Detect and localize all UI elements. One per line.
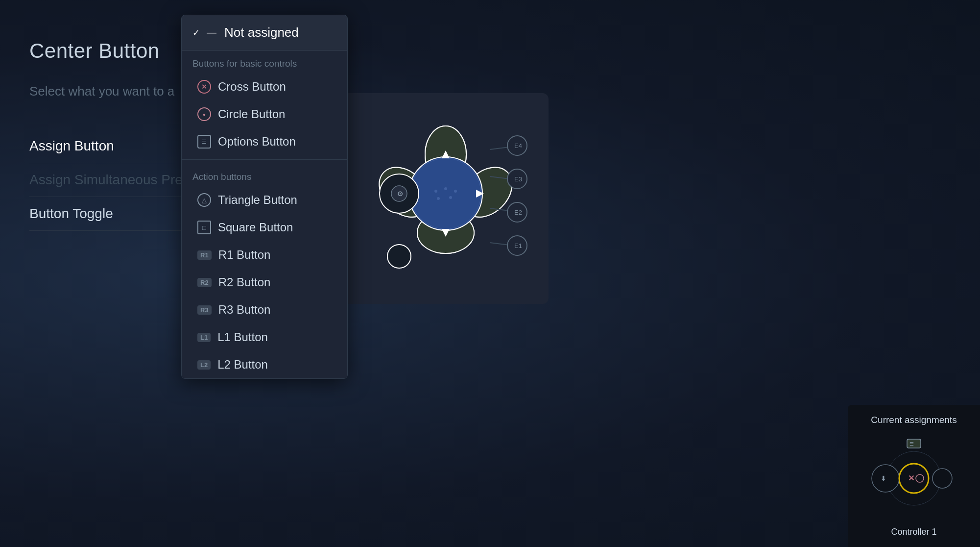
svg-point-14	[449, 196, 452, 199]
svg-point-8	[409, 157, 482, 230]
svg-point-22	[387, 245, 411, 268]
assignments-panel: Current assignments ☰ ⬇ ✕ Controller 1	[848, 405, 980, 547]
separator	[182, 159, 347, 160]
dropdown-item-square-button[interactable]: □ Square Button	[182, 214, 347, 241]
dropdown-item-cross-button[interactable]: ✕ Cross Button	[182, 73, 347, 100]
l1-badge: L1	[197, 333, 211, 342]
svg-text:E4: E4	[514, 142, 522, 149]
dropdown-item-l2-button[interactable]: L2 L2 Button	[182, 351, 347, 378]
svg-text:✕: ✕	[908, 474, 914, 482]
controller-label: Controller 1	[891, 527, 936, 537]
svg-line-26	[490, 243, 509, 245]
svg-point-43	[932, 469, 952, 488]
cross-icon: ✕	[197, 80, 211, 94]
svg-text:E3: E3	[514, 175, 522, 183]
controller-area: ⊙ E4 E3 E2 E1	[343, 93, 549, 304]
selected-text: Not assigned	[224, 25, 299, 40]
controller-diagram: ⊙ E4 E3 E2 E1	[343, 93, 549, 304]
svg-line-23	[490, 147, 509, 149]
svg-text:⬇: ⬇	[881, 474, 886, 482]
dropdown-item-triangle-button[interactable]: △ Triangle Button	[182, 186, 347, 214]
svg-point-12	[454, 190, 457, 193]
assignments-title: Current assignments	[871, 415, 956, 425]
svg-text:E2: E2	[514, 209, 522, 216]
r1-badge: R1	[197, 250, 212, 260]
svg-point-10	[434, 190, 437, 193]
triangle-icon: △	[197, 193, 211, 207]
dash-icon: —	[207, 27, 216, 38]
options-icon: ☰	[197, 135, 211, 149]
svg-text:⊙: ⊙	[397, 190, 403, 198]
section-label-basic-controls: Buttons for basic controls	[182, 50, 347, 73]
dropdown-panel: ✓ — Not assigned Buttons for basic contr…	[181, 15, 348, 379]
r2-badge: R2	[197, 278, 212, 287]
dropdown-item-options-button[interactable]: ☰ Options Button	[182, 128, 347, 155]
dropdown-item-r3-button[interactable]: R3 R3 Button	[182, 296, 347, 323]
checkmark-icon: ✓	[192, 27, 200, 38]
dropdown-item-r1-button[interactable]: R1 R1 Button	[182, 241, 347, 269]
dropdown-item-l1-button[interactable]: L1 L1 Button	[182, 323, 347, 351]
assignments-controller-diagram: ☰ ⬇ ✕	[860, 433, 968, 523]
circle-icon	[197, 107, 211, 121]
square-icon: □	[197, 221, 211, 234]
svg-point-13	[437, 197, 440, 200]
l2-badge: L2	[197, 360, 211, 370]
dropdown-item-circle-button[interactable]: Circle Button	[182, 100, 347, 128]
svg-point-11	[444, 187, 447, 190]
r3-badge: R3	[197, 305, 212, 315]
section-label-action-buttons: Action buttons	[182, 164, 347, 186]
svg-text:E1: E1	[514, 242, 522, 249]
svg-text:☰: ☰	[909, 441, 914, 447]
dropdown-item-r2-button[interactable]: R2 R2 Button	[182, 269, 347, 296]
dropdown-selected-row[interactable]: ✓ — Not assigned	[182, 15, 347, 50]
